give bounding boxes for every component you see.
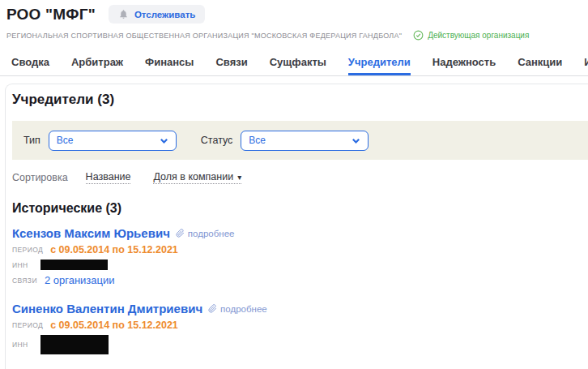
tab-3[interactable]: Финансы (145, 51, 194, 75)
chevron-down-icon (352, 136, 360, 145)
paperclip-icon (176, 229, 185, 238)
tab-4[interactable]: Связи (215, 51, 247, 75)
founder-details-label: подробнее (220, 304, 267, 314)
inn-redacted-value (40, 335, 109, 354)
filter-type: Тип Все (23, 131, 177, 151)
filter-status-select[interactable]: Все (241, 131, 369, 151)
filter-status-value: Все (249, 135, 266, 146)
founder-name-link[interactable]: Ксензов Максим Юрьевич (12, 226, 170, 240)
page-title: РОО "МФГ" (6, 6, 96, 24)
period-label: ПЕРИОД (12, 321, 43, 329)
chevron-down-icon (160, 136, 168, 145)
filter-type-select[interactable]: Все (49, 131, 177, 151)
founder-item: Ксензов Максим Юрьевич подробнее ПЕРИОД … (12, 226, 588, 286)
filter-bar: Тип Все Статус Все (12, 121, 588, 160)
check-circle-icon (413, 30, 424, 41)
period-label: ПЕРИОД (12, 246, 43, 254)
inn-label: ИНН (12, 341, 33, 349)
tab-1[interactable]: Сводка (11, 51, 49, 75)
tab-7[interactable]: Надежность (432, 51, 496, 75)
historical-section-title: Исторические (3) (12, 201, 588, 216)
sort-caret-icon: ▾ (237, 173, 241, 182)
period-value: с 09.05.2014 по 15.12.2021 (50, 320, 178, 331)
paperclip-icon (208, 304, 217, 313)
filter-type-value: Все (57, 135, 74, 146)
sort-row: Сортировка Название Доля в компании▾ (12, 171, 588, 184)
founder-links-link[interactable]: 2 организации (45, 274, 115, 286)
org-full-name: РЕГИОНАЛЬНАЯ СПОРТИВНАЯ ОБЩЕСТВЕННАЯ ОРГ… (6, 32, 402, 40)
status-badge: Действующая организация (413, 30, 529, 41)
page-header: РОО "МФГ" Отслеживать РЕГИОНАЛЬНАЯ СПОРТ… (0, 0, 588, 41)
follow-button[interactable]: Отслеживать (109, 5, 205, 24)
founder-details-link[interactable]: подробнее (176, 229, 235, 238)
tab-5[interactable]: Сущфакты (270, 51, 326, 75)
founder-details-label: подробнее (188, 229, 235, 238)
founder-item: Синенко Валентин Дмитриевич подробнее ПЕ… (12, 302, 588, 354)
bell-icon (118, 9, 129, 19)
founder-name-link[interactable]: Синенко Валентин Дмитриевич (12, 302, 202, 315)
sort-label: Сортировка (12, 172, 68, 183)
founders-list: Ксензов Максим Юрьевич подробнее ПЕРИОД … (12, 226, 588, 369)
sort-option-share[interactable]: Доля в компании▾ (153, 171, 241, 184)
inn-label: ИНН (12, 261, 33, 269)
tab-6[interactable]: Учредители (348, 51, 411, 75)
tab-2[interactable]: Арбитраж (71, 51, 123, 75)
filter-status-label: Статус (201, 135, 233, 146)
tab-9[interactable]: История (584, 51, 588, 75)
period-value: с 09.05.2014 по 15.12.2021 (50, 244, 178, 255)
follow-button-label: Отслеживать (134, 10, 195, 19)
links-label: СВЯЗИ (12, 277, 37, 285)
sort-option-name[interactable]: Название (86, 171, 131, 184)
filter-type-label: Тип (23, 135, 40, 146)
status-badge-label: Действующая организация (428, 31, 529, 40)
content-card: Учредители (3) Тип Все Статус Все Сортир… (5, 84, 588, 369)
inn-redacted-value (40, 260, 108, 270)
page-section-title: Учредители (3) (12, 92, 588, 108)
tab-8[interactable]: Санкции (518, 51, 562, 75)
tabs-nav: Сводка Арбитраж Финансы Связи Сущфакты У… (0, 51, 588, 76)
filter-status: Статус Все (201, 131, 369, 151)
founder-details-link[interactable]: подробнее (208, 304, 267, 314)
